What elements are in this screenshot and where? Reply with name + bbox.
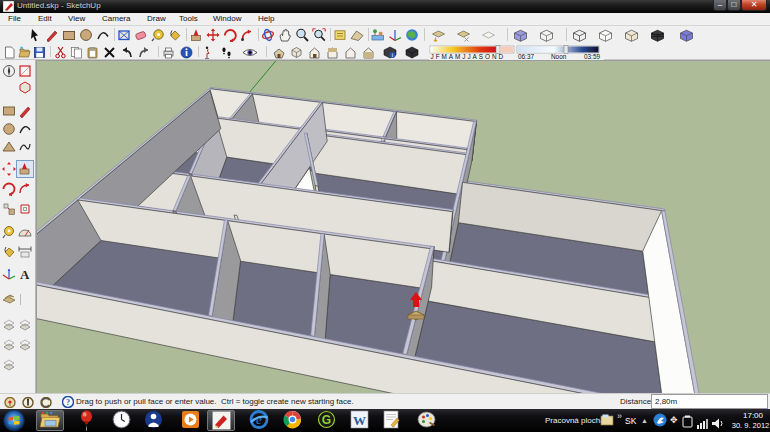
svg-text:A: A xyxy=(20,267,30,281)
svg-text:JFMAMJJASOND: JFMAMJJASOND xyxy=(431,53,506,60)
svg-text:i: i xyxy=(392,52,393,58)
svg-text:G: G xyxy=(321,413,330,427)
svg-text:03:59: 03:59 xyxy=(584,53,600,60)
svg-text:?: ? xyxy=(66,398,70,407)
svg-text:Noon: Noon xyxy=(551,53,567,60)
svg-text:e: e xyxy=(256,412,262,427)
svg-text:06:37: 06:37 xyxy=(518,53,534,60)
svg-text:W: W xyxy=(353,413,366,428)
